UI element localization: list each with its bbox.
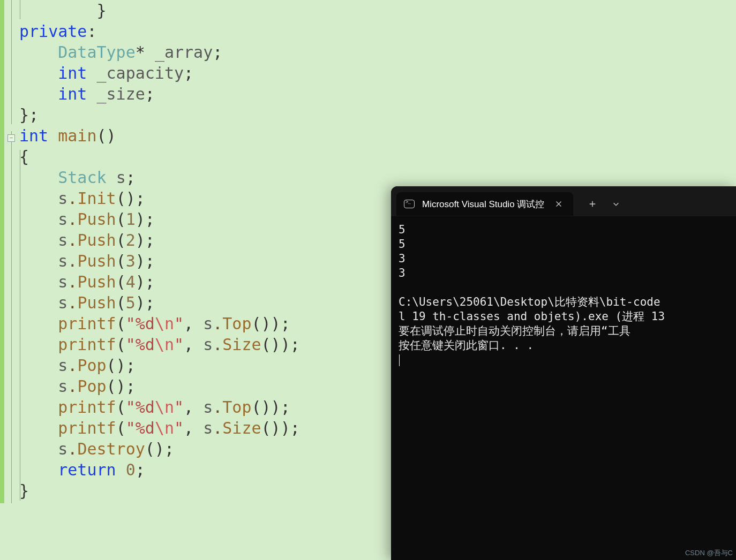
code-line[interactable]: private: bbox=[19, 21, 662, 42]
terminal-tab-title: Microsoft Visual Studio 调试控 bbox=[422, 198, 544, 210]
watermark-text: CSDN @吾与C bbox=[685, 548, 733, 558]
terminal-line: 5 bbox=[399, 223, 729, 237]
terminal-header-actions bbox=[582, 194, 627, 214]
code-line[interactable]: Stack s; bbox=[19, 167, 662, 188]
terminal-line: 3 bbox=[399, 266, 729, 281]
terminal-line: 要在调试停止时自动关闭控制台，请启用“工具 bbox=[399, 324, 729, 338]
terminal-line: 3 bbox=[399, 252, 729, 266]
terminal-line: C:\Users\25061\Desktop\比特资料\bit-code bbox=[399, 295, 729, 309]
terminal-icon bbox=[404, 200, 415, 208]
code-line[interactable]: int main() bbox=[19, 125, 662, 146]
tab-dropdown-button[interactable] bbox=[605, 194, 627, 214]
terminal-output[interactable]: 5533 C:\Users\25061\Desktop\比特资料\bit-cod… bbox=[391, 216, 736, 374]
terminal-line: 5 bbox=[399, 237, 729, 252]
terminal-line: 按任意键关闭此窗口. . . bbox=[399, 338, 729, 353]
code-line[interactable]: } bbox=[19, 0, 662, 21]
debug-terminal-window[interactable]: Microsoft Visual Studio 调试控 5533 C:\User… bbox=[391, 186, 736, 560]
terminal-line: l 19 th-classes and objets).exe (进程 13 bbox=[399, 309, 729, 324]
new-tab-button[interactable] bbox=[582, 194, 603, 214]
terminal-tab[interactable]: Microsoft Visual Studio 调试控 bbox=[396, 192, 573, 216]
code-line[interactable]: { bbox=[19, 146, 662, 167]
fold-toggle-button[interactable]: − bbox=[7, 134, 15, 142]
code-line[interactable]: }; bbox=[19, 104, 662, 125]
terminal-titlebar[interactable]: Microsoft Visual Studio 调试控 bbox=[391, 186, 736, 216]
change-indicator-bar bbox=[0, 0, 4, 503]
terminal-cursor bbox=[399, 354, 400, 366]
terminal-line bbox=[399, 281, 729, 295]
close-icon[interactable] bbox=[552, 197, 566, 211]
code-line[interactable]: int _capacity; bbox=[19, 63, 662, 84]
code-line[interactable]: int _size; bbox=[19, 84, 662, 104]
code-line[interactable]: DataType* _array; bbox=[19, 42, 662, 63]
fold-gutter: − bbox=[4, 0, 19, 503]
